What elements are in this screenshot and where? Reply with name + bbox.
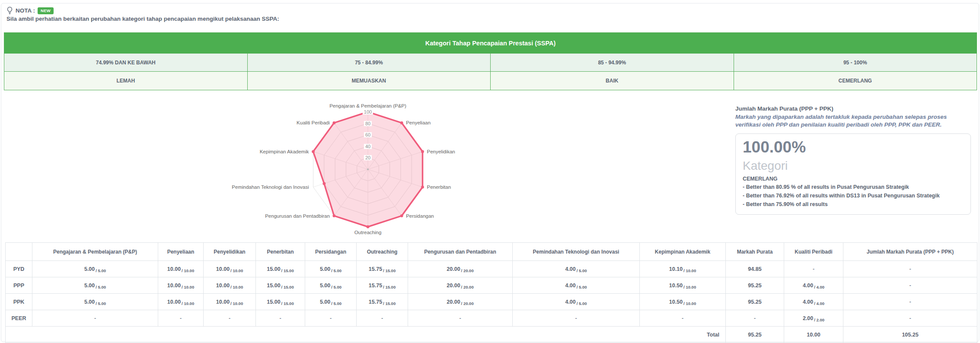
score-cell: 5.00/ 5.00 [305,294,357,310]
radar-category-label: Pengajaran & Pembelajaran (P&P) [329,103,406,108]
radar-data-point[interactable] [332,214,335,217]
sspa-range-cell: 95 - 100% [734,54,977,72]
radar-data-point[interactable] [332,121,335,124]
achievement-bullet: - Better than 75.90% of all results [743,201,964,208]
score-cell: 10.00/ 10.00 [158,294,204,310]
sspa-range-cell: 75 - 84.99% [247,54,491,72]
row-label: PPP [6,277,32,294]
score-cell: 15.75/ 15.00 [357,277,408,294]
radar-tick-label: 40 [364,144,372,149]
column-header: Markah Purata [726,243,784,261]
radar-data-point[interactable] [367,225,370,229]
column-header: Kepimpinan Akademik [640,243,726,261]
score-cell: - [784,261,843,277]
column-header: Pengajaran & Pembelajaran (P&P) [32,243,158,261]
radar-tick-label: 20 [364,155,372,160]
sspa-category-table: Kategori Tahap Pencapaian Prestasi (SSPA… [4,32,977,90]
total-jumlah: 105.25 [843,327,977,343]
radar-category-label: Pemindahan Teknologi dan Inovasi [232,184,309,190]
score-cell: 10.50/ 10.00 [640,294,726,310]
score-cell: - [158,310,204,327]
score-row-ppk: PPK5.00/ 5.0010.00/ 10.0010.00/ 10.0015.… [6,294,977,310]
column-header: Penyelidikan [204,243,256,261]
radar-category-label: Penyelidikan [427,149,455,154]
radar-data-point[interactable] [322,182,326,185]
sspa-category-cell: MEMUASKAN [247,72,491,90]
summary-disclaimer: Markah yang dipaparkan adalah tertakluk … [735,113,971,129]
radar-tick-label: 100 [363,109,373,114]
summary-title: Jumlah Markah Purata (PPP + PPK) [735,105,971,112]
kategori-label: Kategori [743,159,964,173]
score-table: Pengajaran & Pembelajaran (P&P) Penyelia… [5,242,977,343]
score-cell: 10.00/ 10.00 [158,261,204,277]
score-cell: 2.00/ 2.00 [784,310,843,327]
score-cell: - [843,261,977,277]
score-cell: 5.00/ 5.00 [32,294,158,310]
score-cell: - [640,310,726,327]
total-percentage: 100.00% [743,138,964,157]
new-badge: NEW [38,7,54,14]
achievement-bullet: - Better than 80.95 % of all results in … [743,184,964,191]
row-label: PPK [6,294,32,310]
score-cell: - [256,310,305,327]
score-table-header-row: Pengajaran & Pembelajaran (P&P) Penyelia… [6,243,977,261]
total-kualiti-peribadi: 10.00 [784,327,843,343]
radar-center-dot [367,168,369,170]
radar-data-point[interactable] [400,214,403,217]
radar-category-label: Kepimpinan Akademik [260,149,309,154]
score-row-pyd: PYD5.00/ 5.0010.00/ 10.0010.00/ 10.0015.… [6,261,977,277]
score-cell: - [843,294,977,310]
score-cell: 5.00/ 5.00 [305,261,357,277]
achievement-category: CEMERLANG [743,176,964,182]
sspa-range-cell: 74.99% DAN KE BAWAH [4,54,248,72]
sspa-range-cell: 85 - 94.99% [491,54,734,72]
score-cell: 10.50/ 10.00 [640,277,726,294]
score-cell: 20.00/ 20.00 [408,261,513,277]
row-label: PYD [6,261,32,277]
score-cell: - [305,310,357,327]
nota-label: NOTA : [16,7,35,14]
score-cell: 20.00/ 20.00 [408,277,513,294]
radar-data-point[interactable] [421,186,424,189]
score-cell: 95.25 [726,277,784,294]
score-row-ppp: PPP5.00/ 5.0010.00/ 10.0010.00/ 10.0015.… [6,277,977,294]
sspa-category-cell: CEMERLANG [734,72,977,90]
score-cell: 4.00/ 4.00 [784,277,843,294]
score-cell: 20.00/ 20.00 [408,294,513,310]
score-cell: 4.00/ 5.00 [513,261,640,277]
lightbulb-icon [6,6,13,15]
score-cell: - [726,310,784,327]
score-cell: 5.00/ 5.00 [305,277,357,294]
score-cell: 4.00/ 4.00 [784,294,843,310]
radar-chart[interactable]: 20406080100Pengajaran & Pembelajaran (P&… [195,100,541,245]
column-header: Outreaching [357,243,408,261]
score-cell: 15.75/ 15.00 [357,294,408,310]
score-cell: - [357,310,408,327]
score-cell: 10.00/ 10.00 [204,277,256,294]
column-header: Penyeliaan [158,243,204,261]
sspa-table-title: Kategori Tahap Pencapaian Prestasi (SSPA… [4,33,977,54]
sspa-category-cell: BAIK [491,72,734,90]
score-cell: 95.25 [726,294,784,310]
report-container: NOTA : NEW Sila ambil perhatian berkaita… [1,3,979,342]
radar-category-label: Penerbitan [427,184,451,190]
total-markah-purata: 95.25 [726,327,784,343]
score-cell: 5.00/ 5.00 [32,277,158,294]
radar-category-label: Outreaching [354,230,382,235]
radar-data-point[interactable] [312,150,315,153]
score-row-peer: PEER----------2.00/ 2.00- [6,310,977,327]
column-header [6,243,32,261]
radar-data-point[interactable] [400,121,403,124]
score-cell: 15.00/ 15.00 [256,294,305,310]
score-cell: - [32,310,158,327]
radar-tick-label: 80 [364,121,372,126]
radar-data-point[interactable] [421,150,424,153]
score-cell: - [513,310,640,327]
score-cell: 94.85 [726,261,784,277]
summary-card: 100.00% Kategori CEMERLANG - Better than… [735,133,971,214]
column-header: Penerbitan [256,243,305,261]
column-header: Pengurusan dan Pentadbiran [408,243,513,261]
score-cell: 10.00/ 10.00 [204,261,256,277]
score-cell: 15.75/ 15.00 [357,261,408,277]
score-cell: 15.00/ 15.00 [256,277,305,294]
